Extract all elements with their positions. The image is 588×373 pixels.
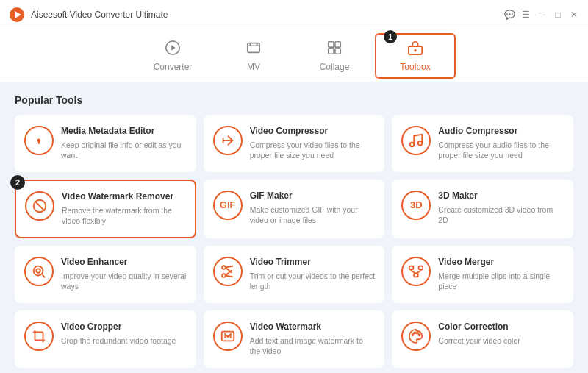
tool-icon-media-metadata-editor: [24, 126, 54, 155]
tool-text-video-enhancer: Video Enhancer Improve your video qualit…: [61, 257, 187, 292]
svg-point-18: [34, 266, 43, 276]
tool-desc-video-merger: Merge multiple clips into a single piece: [438, 271, 564, 292]
svg-point-21: [222, 274, 226, 277]
tool-desc-video-watermark-remover: Remove the watermark from the video flex…: [62, 205, 186, 227]
mv-icon: [245, 40, 262, 59]
chat-icon[interactable]: 💬: [504, 10, 514, 20]
tool-text-video-merger: Video Merger Merge multiple clips into a…: [438, 257, 564, 292]
tool-text-video-watermark: Video Watermark Add text and image water…: [250, 322, 376, 357]
tool-icon-video-cropper: [24, 322, 54, 351]
svg-rect-22: [409, 266, 414, 270]
close-button[interactable]: ✕: [569, 10, 579, 20]
collage-icon: [326, 40, 343, 59]
toolbox-icon: [407, 40, 423, 59]
tool-card-video-compressor[interactable]: Video Compressor Compress your video fil…: [204, 115, 385, 172]
tool-icon-video-enhancer: [24, 257, 54, 286]
tool-name-video-watermark: Video Watermark: [250, 322, 376, 333]
mv-label: MV: [247, 62, 260, 72]
tools-grid: Media Metadata Editor Keep original file…: [15, 115, 573, 368]
card-badge-video-watermark-remover: 2: [10, 175, 25, 190]
app-title: Aiseesoft Video Converter Ultimate: [31, 10, 504, 20]
nav-tabs: Converter MV Collage 1: [0, 29, 588, 82]
svg-point-27: [412, 334, 414, 335]
svg-point-19: [36, 269, 40, 273]
tool-desc-audio-compressor: Compress your audio files to the proper …: [438, 140, 564, 161]
tool-name-color-correction: Color Correction: [438, 322, 564, 333]
tool-text-video-trimmer: Video Trimmer Trim or cut your videos to…: [250, 257, 376, 292]
tool-card-video-enhancer[interactable]: Video Enhancer Improve your video qualit…: [15, 246, 196, 303]
tool-name-audio-compressor: Audio Compressor: [438, 126, 564, 138]
menu-icon[interactable]: ☰: [520, 10, 531, 20]
tool-icon-video-compressor: [213, 126, 243, 155]
section-title: Popular Tools: [15, 94, 573, 106]
svg-rect-8: [335, 48, 340, 53]
tool-desc-media-metadata-editor: Keep original file info or edit as you w…: [61, 140, 187, 161]
tool-card-3d-maker[interactable]: 3D 3D Maker Create customized 3D video f…: [392, 180, 573, 238]
window-controls: 💬 ☰ ─ □ ✕: [504, 10, 579, 20]
tool-desc-video-cropper: Crop the redundant video footage: [61, 335, 187, 347]
tool-desc-3d-maker: Create customized 3D video from 2D: [438, 205, 564, 226]
svg-line-17: [35, 201, 45, 211]
converter-icon: [165, 40, 181, 59]
tool-text-audio-compressor: Audio Compressor Compress your audio fil…: [438, 126, 564, 161]
svg-point-30: [419, 334, 420, 335]
tab-toolbox[interactable]: 1 Toolbox: [375, 33, 456, 79]
tool-text-gif-maker: GIF Maker Make customized GIF with your …: [250, 191, 376, 226]
svg-point-20: [222, 266, 226, 269]
tool-desc-color-correction: Correct your video color: [438, 335, 564, 347]
tool-icon-color-correction: [401, 322, 431, 351]
tool-card-video-cropper[interactable]: Video Cropper Crop the redundant video f…: [15, 310, 196, 368]
svg-rect-7: [329, 48, 334, 53]
tab-collage[interactable]: Collage: [294, 33, 375, 79]
tool-name-3d-maker: 3D Maker: [438, 191, 564, 202]
svg-rect-5: [329, 41, 334, 46]
svg-rect-23: [419, 266, 423, 270]
tool-icon-audio-compressor: [401, 126, 431, 155]
tool-desc-video-enhancer: Improve your video quality in several wa…: [61, 271, 187, 292]
tool-card-color-correction[interactable]: Color Correction Correct your video colo…: [392, 310, 573, 368]
svg-rect-25: [35, 332, 43, 340]
svg-point-29: [417, 332, 418, 333]
tool-name-gif-maker: GIF Maker: [250, 191, 376, 202]
tool-name-video-trimmer: Video Trimmer: [250, 257, 376, 269]
tool-card-media-metadata-editor[interactable]: Media Metadata Editor Keep original file…: [15, 115, 196, 172]
tool-text-video-compressor: Video Compressor Compress your video fil…: [250, 126, 376, 161]
tool-name-media-metadata-editor: Media Metadata Editor: [61, 126, 187, 138]
minimize-button[interactable]: ─: [537, 10, 547, 20]
tool-icon-video-watermark-remover: [25, 191, 54, 221]
main-content: Popular Tools Media Metadata Editor Keep…: [0, 82, 588, 373]
tool-text-media-metadata-editor: Media Metadata Editor Keep original file…: [61, 126, 187, 161]
app-logo: [9, 7, 25, 23]
tool-desc-video-compressor: Compress your video files to the proper …: [250, 140, 376, 161]
converter-label: Converter: [154, 62, 193, 72]
toolbox-badge: 1: [384, 30, 397, 43]
tool-name-video-compressor: Video Compressor: [250, 126, 376, 138]
tool-card-audio-compressor[interactable]: Audio Compressor Compress your audio fil…: [392, 115, 573, 172]
tool-icon-video-trimmer: [213, 257, 243, 286]
tool-text-color-correction: Color Correction Correct your video colo…: [438, 322, 564, 346]
tool-name-video-merger: Video Merger: [438, 257, 564, 269]
svg-point-28: [414, 332, 415, 333]
svg-point-14: [410, 143, 415, 147]
maximize-button[interactable]: □: [553, 10, 563, 20]
tool-desc-video-trimmer: Trim or cut your videos to the perfect l…: [250, 271, 376, 292]
tool-card-video-watermark-remover[interactable]: 2 Video Watermark Remover Remove the wat…: [15, 180, 196, 238]
tool-name-video-enhancer: Video Enhancer: [61, 257, 187, 269]
tool-desc-video-watermark: Add text and image watermark to the vide…: [250, 335, 376, 357]
tool-icon-gif-maker: GIF: [213, 191, 243, 220]
toolbox-label: Toolbox: [400, 62, 430, 72]
tool-card-video-watermark[interactable]: Video Watermark Add text and image water…: [204, 310, 385, 368]
svg-point-15: [418, 141, 423, 146]
tool-card-gif-maker[interactable]: GIF GIF Maker Make customized GIF with y…: [204, 180, 385, 238]
title-bar: Aiseesoft Video Converter Ultimate 💬 ☰ ─…: [0, 0, 588, 29]
tool-card-video-trimmer[interactable]: Video Trimmer Trim or cut your videos to…: [204, 246, 385, 303]
tool-name-video-watermark-remover: Video Watermark Remover: [62, 191, 186, 203]
tool-desc-gif-maker: Make customized GIF with your video or i…: [250, 205, 376, 226]
tool-card-video-merger[interactable]: Video Merger Merge multiple clips into a…: [392, 246, 573, 303]
svg-rect-6: [335, 41, 340, 46]
tool-icon-3d-maker: 3D: [401, 191, 431, 220]
tab-mv[interactable]: MV: [213, 33, 294, 79]
tab-converter[interactable]: Converter: [132, 33, 213, 79]
tool-text-video-watermark-remover: Video Watermark Remover Remove the water…: [62, 191, 186, 227]
tool-icon-video-merger: [401, 257, 431, 286]
